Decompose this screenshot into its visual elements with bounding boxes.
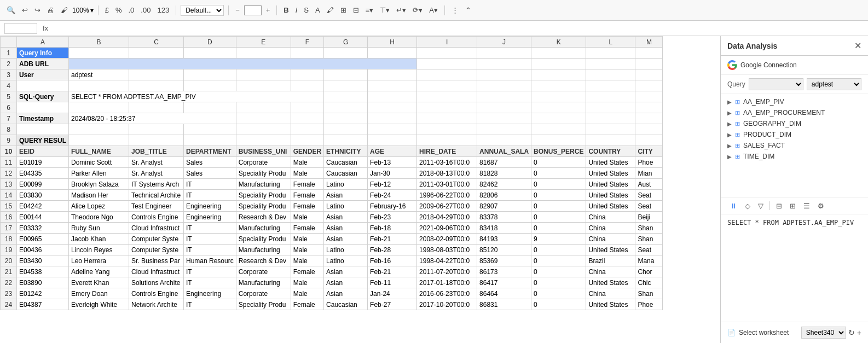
data-cell[interactable]: Feb-18	[368, 223, 417, 234]
table-view-button[interactable]: ⊟	[773, 200, 785, 212]
worksheet-select[interactable]: Sheet340	[801, 327, 846, 339]
data-cell[interactable]: 2008-02-09T00:0	[417, 234, 477, 245]
tree-item-sales-fact[interactable]: ▶ ⊞ SALES_FACT	[721, 140, 868, 151]
data-cell[interactable]	[635, 91, 663, 102]
data-cell[interactable]: 2011-07-20T00:0	[417, 266, 477, 277]
data-cell[interactable]: 81687	[477, 157, 531, 168]
data-cell[interactable]	[291, 80, 323, 91]
data-cell[interactable]	[635, 135, 663, 146]
data-cell[interactable]	[184, 80, 236, 91]
data-cell[interactable]: Engineering	[184, 201, 236, 212]
data-cell[interactable]	[586, 59, 635, 69]
col-hiredate[interactable]: HIRE_DATE	[417, 146, 477, 157]
data-cell[interactable]: E00965	[17, 234, 69, 245]
tree-item-time-dim[interactable]: ▶ ⊞ TIME_DIM	[721, 151, 868, 162]
zoom-dropdown-icon[interactable]: ▾	[90, 7, 94, 14]
data-cell[interactable]: Dominic Scott	[69, 157, 129, 168]
data-cell[interactable]: 85369	[477, 255, 531, 266]
data-cell[interactable]: 82806	[477, 190, 531, 201]
strikethrough-btn[interactable]: S	[302, 5, 311, 15]
data-cell[interactable]: United States	[586, 299, 635, 310]
data-cell[interactable]: Feb-16	[368, 255, 417, 266]
tree-item-geography-dim[interactable]: ▶ ⊞ GEOGRAPHY_DIM	[721, 118, 868, 129]
col-l[interactable]: L	[586, 37, 635, 48]
data-cell[interactable]	[129, 69, 184, 80]
data-cell[interactable]	[129, 135, 184, 146]
highlight-btn[interactable]: 🖍	[325, 5, 336, 15]
data-cell[interactable]: E01019	[17, 157, 69, 168]
data-cell[interactable]	[324, 124, 368, 135]
search-btn[interactable]: 🔍	[4, 5, 18, 15]
data-cell[interactable]	[184, 124, 236, 135]
data-cell[interactable]: IT	[184, 266, 236, 277]
data-cell[interactable]: 86464	[477, 288, 531, 299]
data-cell[interactable]: 86417	[477, 277, 531, 288]
data-cell[interactable]: Feb-21	[368, 266, 417, 277]
data-cell[interactable]: Male	[291, 234, 323, 245]
data-cell[interactable]: Latino	[324, 201, 368, 212]
paint-btn[interactable]: 🖌	[59, 5, 70, 15]
data-cell[interactable]: Corporate	[236, 266, 291, 277]
data-cell[interactable]: Feb-21	[368, 234, 417, 245]
data-cell[interactable]	[635, 69, 663, 80]
data-cell[interactable]: Controls Engine	[129, 288, 184, 299]
data-cell[interactable]: Caucasian	[324, 299, 368, 310]
col-b[interactable]: B	[69, 37, 129, 48]
font-size-input[interactable]: 10	[244, 5, 262, 15]
data-cell[interactable]: Feb-24	[368, 190, 417, 201]
settings-button[interactable]: ⚙	[815, 200, 827, 212]
data-cell[interactable]: IT	[184, 245, 236, 255]
data-cell[interactable]	[477, 48, 531, 59]
data-cell[interactable]: 0	[531, 288, 586, 299]
font-size-increase-btn[interactable]: +	[264, 5, 273, 15]
data-cell[interactable]: 0	[531, 212, 586, 223]
data-cell[interactable]	[368, 102, 417, 113]
data-cell[interactable]	[291, 69, 323, 80]
data-cell[interactable]: 1998-08-03T00:0	[417, 245, 477, 255]
data-cell[interactable]: 1996-06-22T00:0	[417, 190, 477, 201]
data-cell[interactable]: 2011-03-16T00:0	[417, 157, 477, 168]
data-cell[interactable]: Shan	[635, 288, 663, 299]
data-cell[interactable]: IT Systems Arch	[129, 179, 184, 190]
data-cell[interactable]: Asian	[324, 277, 368, 288]
data-cell[interactable]: February-16	[368, 201, 417, 212]
col-d[interactable]: D	[184, 37, 236, 48]
data-cell[interactable]: Feb-11	[368, 277, 417, 288]
data-cell[interactable]	[368, 124, 417, 135]
data-cell[interactable]	[477, 113, 531, 124]
data-cell[interactable]: United States	[586, 190, 635, 201]
decimal-up-btn[interactable]: .00	[138, 5, 153, 15]
data-cell[interactable]: IT	[184, 234, 236, 245]
query-select-right[interactable]: adptest	[807, 78, 861, 90]
data-cell[interactable]: E03830	[17, 190, 69, 201]
col-gender[interactable]: GENDER	[291, 146, 323, 157]
data-cell[interactable]: Female	[291, 266, 323, 277]
data-cell[interactable]: E03332	[17, 223, 69, 234]
data-cell[interactable]: Caucasian	[324, 157, 368, 168]
data-cell[interactable]: Mana	[635, 255, 663, 266]
data-cell[interactable]	[236, 80, 291, 91]
panel-close-button[interactable]: ✕	[854, 40, 861, 51]
data-cell[interactable]: Solutions Archite	[129, 277, 184, 288]
data-cell[interactable]: IT	[184, 223, 236, 234]
data-cell[interactable]: E00099	[17, 179, 69, 190]
data-cell[interactable]: Brooklyn Salaza	[69, 179, 129, 190]
col-eeid[interactable]: EEID	[17, 146, 69, 157]
data-cell[interactable]: E03430	[17, 255, 69, 266]
worksheet-refresh-button[interactable]: ↻	[848, 328, 855, 337]
data-cell[interactable]	[236, 102, 291, 113]
data-cell[interactable]: Chic	[635, 277, 663, 288]
data-cell[interactable]	[477, 124, 531, 135]
data-cell[interactable]	[417, 91, 477, 102]
redo-btn[interactable]: ↪	[32, 5, 43, 15]
col-f[interactable]: F	[291, 37, 323, 48]
data-cell[interactable]	[417, 69, 477, 80]
data-cell[interactable]: Seat	[635, 201, 663, 212]
rotate-btn[interactable]: ⟳▾	[410, 5, 425, 15]
user-value[interactable]: adptest	[69, 69, 129, 80]
panel-sql-area[interactable]: SELECT * FROM ADPTEST.AA_EMP_PIV	[721, 214, 868, 322]
data-cell[interactable]: Female	[291, 190, 323, 201]
print-btn[interactable]: 🖨	[45, 5, 56, 15]
data-cell[interactable]	[417, 102, 477, 113]
data-cell[interactable]: 84193	[477, 234, 531, 245]
